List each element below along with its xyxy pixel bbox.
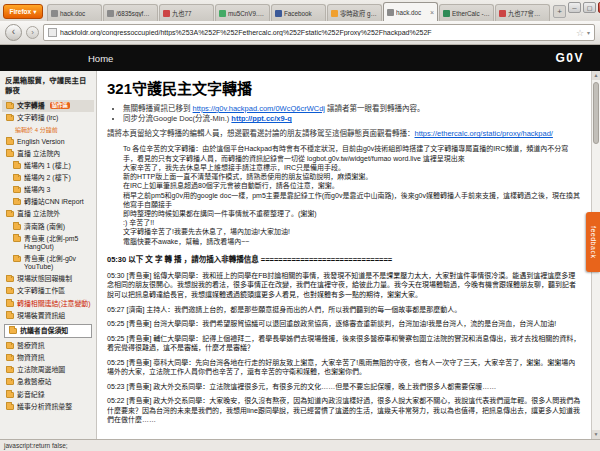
g0v-logo[interactable]: G0V <box>555 51 584 65</box>
sidebar-item-area-map[interactable]: 立法院周邊地圖 <box>2 364 94 376</box>
sidebar-item-label: 議事分析資訊彙整 <box>17 403 72 411</box>
transcript-entry: 05:22 [青島東] 政大外交系同學：大家晚安，很久沒有熬夜，因為知道內政沒這… <box>107 396 581 425</box>
browser-tab[interactable]: Facebook <box>271 4 326 21</box>
note-line: 大家辛苦了，我先去休息早上誰想接手請注意標示，IRC只是備用手段。 <box>123 163 581 172</box>
folder-icon <box>6 313 14 319</box>
sidebar-item-label: 編輯於 4 分鐘前 <box>15 127 58 134</box>
scroll-down-icon[interactable]: ▼ <box>592 430 600 439</box>
sidebar-item-first-aid[interactable]: 急救醫療站 <box>2 376 94 388</box>
browser-tab[interactable]: hack.doc <box>47 4 102 21</box>
url-text[interactable]: hackfoldr.org/congressoccupied/https%253… <box>60 29 573 36</box>
transcript-entry: 05:25 [青島東] 輔仁大學同學：記得上個禮拜二，看學長學姊們去現場聲援，後… <box>107 334 581 353</box>
hackfoldr-sidebar: 反黑箱服貿，守護民主日靜夜 文字轉播 協作區 文字轉播 (irc) 編輯於 4 … <box>0 71 97 439</box>
folder-icon <box>6 139 14 145</box>
feedback-tab[interactable]: feedback <box>586 212 600 272</box>
g0v-favicon-icon <box>331 10 338 17</box>
bullet-text: 同步分流Google Doc(分流-Min.) <box>123 114 231 123</box>
address-bar[interactable]: hackfoldr.org/congressoccupied/https%253… <box>43 24 595 41</box>
transcript-entry: 05:25 [青島東] 臺科大同學：先向台灣各地在行走的好朋友致上謝意，大家辛苦… <box>107 358 581 377</box>
sidebar-item-chamber-3[interactable]: 議場內 3 <box>2 184 94 196</box>
sidebar-item-irc[interactable]: 文字轉播 (irc) <box>2 112 94 124</box>
sidebar-item-chamber-2[interactable]: 議場內 2 (樓下) <box>2 172 94 184</box>
sidebar-item-label: 轉播相關連結(注意變動) <box>17 300 91 308</box>
intro-text: 請將本頁留給文字轉播的編輯人員，想邊觀看邊討論的朋友請移駕至這個靜態頁面觀看轉播… <box>107 129 415 138</box>
sidebar-item-label: 直播 立法院內 <box>17 150 60 158</box>
folder-icon <box>6 343 14 349</box>
tab-label: /6835sgyfCR… <box>116 10 154 17</box>
maximize-button[interactable]: ▢ <box>583 2 596 13</box>
transcript-entry: 05:27 [濟南] 主持人：我們邀請上台的，都是那些願意挺身而出的人們，所以我… <box>107 305 581 315</box>
sidebar-item-self-protection[interactable]: 抗議者自保須知 <box>4 324 92 338</box>
forward-button[interactable]: › <box>26 26 39 39</box>
browser-tab-active[interactable]: hack.doc × <box>383 2 438 21</box>
tab-close-icon[interactable]: × <box>430 9 434 16</box>
site-identity-icon[interactable] <box>48 28 57 37</box>
sidebar-item-label: 醫療資訊 <box>17 342 45 350</box>
hackpad-link[interactable]: https://g0v.hackpad.com/0WcQ6crWCdj <box>193 104 325 113</box>
page-body: 反黑箱服貿，守護民主日靜夜 文字轉播 協作區 文字轉播 (irc) 編輯於 4 … <box>0 71 600 439</box>
intro-paragraph: 請將本頁留給文字轉播的編輯人員，想邊觀看邊討論的朋友請移駕至這個靜態頁面觀看轉播… <box>107 129 581 139</box>
image-favicon-icon <box>219 10 226 17</box>
browser-tab[interactable]: mu5CnV9.pn… <box>215 4 270 21</box>
editor-notes: To 各位辛苦的文字轉播：由於這個平台Hackpad有時會有不穩定狀況，目前由g… <box>123 144 581 246</box>
ethercalc-proxy-link[interactable]: https://ethercalc.org/static/proxy/hackp… <box>415 129 553 138</box>
transcript-entry: 05:30 [青島東] 銘傳大學同學：我和班上的同學在FB討論相關的事情，我發現… <box>107 271 581 300</box>
sidebar-item-live-outside[interactable]: 直播 立法院外 <box>2 208 94 220</box>
sidebar-item-workspace[interactable]: 文字轉播工作區 <box>2 285 94 297</box>
folder-icon <box>6 379 14 385</box>
sidebar-item-english-version[interactable]: English Version <box>2 136 94 148</box>
firefox-menu-button[interactable]: Firefox ▾ <box>3 4 43 19</box>
browser-tab[interactable]: 九也77會議記… <box>495 4 550 21</box>
sidebar-item-analysis[interactable]: 議事分析資訊彙整 <box>2 401 94 413</box>
browser-tab[interactable]: 零時政府 g0v… <box>327 4 382 21</box>
tab-label: 九也77會議記… <box>508 9 546 18</box>
tab-label: hack.doc <box>396 9 428 16</box>
sidebar-item-supplies-info[interactable]: 物資資訊 <box>2 352 94 364</box>
sidebar-item-device-info[interactable]: 現場裝置資訊組 <box>2 310 94 322</box>
status-bar: javascript:return false; <box>0 439 600 451</box>
sidebar-item-label: English Version <box>17 138 65 146</box>
sidebar-item-qingdao-east-pm5[interactable]: 青島東 (北側-pm5 HangOut) <box>2 233 94 253</box>
sidebar-item-related-links[interactable]: 轉播相關連結(注意變動) <box>2 298 94 310</box>
folder-icon <box>6 367 14 373</box>
sidebar-item-label: 現場裝置資訊組 <box>17 312 65 320</box>
note-line: :) 辛苦了!! <box>123 218 581 227</box>
folder-icon <box>6 211 14 217</box>
back-button[interactable]: ‹ <box>5 24 22 41</box>
transcript-entry: 05:23 [青島東] 政大外交系同學：立法院這裡很多元，有很多元的文化……但是… <box>107 382 581 392</box>
sidebar-item-cnn-ireport[interactable]: 轉播站CNN iReport <box>2 196 94 208</box>
bookmark-star-icon[interactable]: ☆ <box>576 28 584 38</box>
sidebar-item-label: 物資資訊 <box>17 354 45 362</box>
new-tab-button[interactable]: + <box>553 5 566 18</box>
sidebar-item-live-inside[interactable]: 直播 立法院內 <box>2 148 94 160</box>
sidebar-item-label: 直播 立法院外 <box>17 210 60 218</box>
sidebar-item-qingdao-east-g0v[interactable]: 青島東 (北側-g0v YouTube) <box>2 253 94 273</box>
sidebar-item-av-records[interactable]: 影音紀錄 <box>2 389 94 401</box>
note-line: 新的HTTP版上面一直不清楚運作模式，請熟悉使用的朋友協助說明，麻煩謝謝。 <box>123 172 581 181</box>
folder-icon <box>6 404 14 410</box>
sidebar-item-jinan-road[interactable]: 濟南路 (南側) <box>2 221 94 233</box>
note-line: 文字轉播辛苦了!我要先去休息了，場內加油!大家加油! <box>123 227 581 236</box>
browser-tab[interactable]: EtherCalc - 5… <box>439 4 494 21</box>
folder-icon <box>13 236 21 242</box>
home-link[interactable]: Home <box>88 53 113 64</box>
sidebar-item-text-broadcast[interactable]: 文字轉播 協作區 <box>2 100 94 112</box>
tab-label: Facebook <box>284 10 322 17</box>
tab-bar: Firefox ▾ hack.doc /6835sgyfCR… 九也77 mu5… <box>0 0 600 21</box>
transcript-separator: 05:30 以下 文 字 轉 播 ，請勿插入非轉播信息 ============… <box>107 253 581 264</box>
transcript-entry: 05:25 [青島東] 台灣大學同學：我們希望服貿協議可以退回重啟政黨協商，逐條… <box>107 319 581 329</box>
scrollbar-thumb[interactable] <box>593 82 599 144</box>
ethercalc-favicon-icon <box>443 10 450 17</box>
google-doc-link[interactable]: http://ppt.cc/x9-q <box>231 114 291 123</box>
minimize-button[interactable]: ─ <box>568 2 581 13</box>
sidebar-item-chamber-1[interactable]: 議場內 1 (樓上) <box>2 160 94 172</box>
browser-tab[interactable]: 九也77 <box>159 4 214 21</box>
browser-tab[interactable]: /6835sgyfCR… <box>103 4 158 21</box>
sidebar-item-status-report[interactable]: 現場狀態回報機制 <box>2 273 94 285</box>
url-dropdown-icon[interactable]: ▾ <box>587 29 590 36</box>
scroll-up-icon[interactable]: ▲ <box>592 71 600 80</box>
sidebar-item-medical-info[interactable]: 醫療資訊 <box>2 340 94 352</box>
folder-icon <box>13 175 21 181</box>
page-favicon-icon <box>387 9 394 16</box>
folder-icon <box>6 288 14 294</box>
